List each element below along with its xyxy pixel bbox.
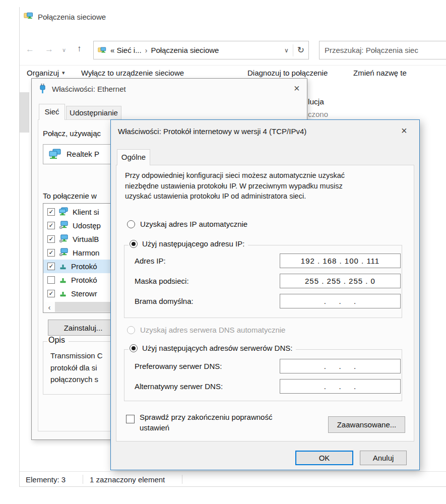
radio-icon (130, 240, 138, 248)
alternate-dns-label: Alternatywny serwer DNS: (135, 382, 223, 391)
ethernet-plug-icon (39, 83, 46, 94)
adapter-name: Realtek P (67, 150, 99, 158)
address-location-icon (98, 46, 107, 55)
preferred-dns-input[interactable]: . . . (280, 359, 401, 373)
statusbar-item-count: Elementy: 3 (26, 475, 66, 484)
validate-settings-label: Sprawdź przy zakończeniu poprawność (140, 413, 272, 421)
protocol-icon (59, 290, 67, 298)
search-box[interactable] (319, 41, 446, 59)
refresh-icon[interactable]: ↻ (297, 45, 304, 55)
component-label: Udostęp (73, 221, 101, 230)
component-checkbox[interactable]: ✓ (47, 290, 55, 297)
component-label: Harmon (73, 248, 99, 257)
forward-button[interactable]: → (45, 44, 53, 54)
tab-general[interactable]: Ogólne (117, 149, 150, 165)
service-icon (59, 234, 69, 244)
service-icon (59, 221, 69, 230)
back-button[interactable]: ← (26, 44, 34, 54)
description-title: Opis (47, 336, 69, 345)
recent-locations-chevron[interactable]: ∨ (62, 47, 66, 53)
address-dropdown-chevron[interactable]: ∨ (284, 47, 289, 54)
radio-icon (127, 326, 135, 334)
cancel-button[interactable]: Anuluj (360, 451, 407, 465)
statusbar-separator (83, 475, 83, 484)
statusbar-separator-2 (182, 475, 182, 484)
subnet-mask-label: Maska podsieci: (135, 277, 189, 285)
tab-sharing[interactable]: Udostępnianie (66, 106, 121, 120)
validate-settings-checkbox[interactable] (126, 415, 135, 423)
search-input[interactable] (325, 46, 446, 54)
description-line: protokół dla si (50, 362, 103, 374)
validate-settings-label-2: ustawień (140, 423, 169, 432)
breadcrumb-root[interactable]: « Sieć i... (110, 46, 142, 54)
close-icon[interactable]: × (401, 125, 407, 136)
advanced-button[interactable]: Zaawansowane... (328, 416, 405, 433)
components-label: To połączenie w (43, 192, 97, 200)
radio-label: Użyj następujących adresów serwerów DNS: (142, 344, 292, 352)
protocol-icon (59, 276, 67, 284)
component-checkbox[interactable]: ✓ (47, 249, 55, 257)
radio-obtain-ip-auto[interactable]: Uzyskaj adres IP automatycznie (127, 220, 247, 228)
subnet-mask-input[interactable]: 255 . 255 . 255 . 0 (280, 274, 401, 288)
statusbar-divider (20, 471, 446, 472)
radio-label: Uzyskaj adres serwera DNS automatycznie (140, 326, 285, 334)
dialog-ipv4-properties: Właściwości: Protokół internetowy w wers… (110, 119, 420, 470)
toolbar-rename-button[interactable]: Zmień nazwę te (353, 69, 407, 77)
radio-use-dns[interactable]: Użyj następujących adresów serwerów DNS: (129, 344, 296, 352)
screen: Połączenia sieciowe ← → ∨ ↑ « Sieć i... … (0, 0, 446, 504)
network-connections-icon (24, 11, 34, 21)
dialog-title: Właściwości: Ethernet (52, 85, 126, 93)
radio-label: Użyj następującego adresu IP: (142, 239, 244, 248)
toolbar-organize-button[interactable]: Organizuj (27, 69, 59, 77)
connection-status-fragment: czono (308, 110, 328, 118)
component-label: Sterowr (71, 289, 97, 298)
radio-label: Uzyskaj adres IP automatycznie (140, 220, 247, 228)
ok-button[interactable]: OK (295, 451, 353, 465)
component-checkbox[interactable]: ✓ (47, 263, 55, 270)
ip-address-label: Adres IP: (135, 257, 166, 265)
tab-network[interactable]: Sieć (39, 104, 65, 120)
component-label: Protokó (71, 262, 97, 271)
protocol-icon (59, 263, 67, 271)
connection-name-fragment: lucja (308, 97, 324, 106)
up-button[interactable]: ↑ (77, 44, 82, 54)
toolbar-divider (20, 65, 446, 66)
toolbar-disable-device-button[interactable]: Wyłącz to urządzenie sieciowe (81, 69, 184, 77)
dns-settings-groupbox: Użyj następujących adresów serwerów DNS:… (124, 349, 402, 401)
network-adapter-icon (48, 149, 61, 160)
intro-line: niezbędne ustawienia protokołu IP. W prz… (125, 181, 345, 192)
component-checkbox[interactable]: ✓ (47, 235, 55, 243)
chevron-down-icon: ▾ (62, 70, 65, 76)
address-divider (293, 44, 293, 56)
radio-icon (127, 220, 135, 228)
ip-settings-groupbox: Użyj następującego adresu IP: Adres IP: … (124, 245, 402, 318)
alternate-dns-input[interactable]: . . . (280, 379, 401, 394)
component-checkbox[interactable]: ✓ (47, 208, 55, 216)
breadcrumb-separator: › (145, 46, 148, 54)
service-icon (59, 248, 69, 258)
breadcrumb-current[interactable]: Połączenia sieciowe (151, 46, 219, 54)
window-title: Połączenia sieciowe (38, 13, 106, 21)
intro-line: Przy odpowiedniej konfiguracji sieci moż… (125, 170, 345, 181)
preferred-dns-label: Preferowany serwer DNS: (135, 362, 222, 370)
description-line: połączonych s (50, 373, 103, 386)
address-bar[interactable]: « Sieć i... › Połączenia sieciowe ∨ ↻ (93, 41, 309, 59)
client-icon (59, 207, 69, 217)
selected-connection-highlight[interactable] (20, 92, 29, 133)
install-button[interactable]: Zainstaluj... (48, 320, 118, 336)
description-line: Transmission C (50, 350, 103, 362)
close-icon[interactable]: × (294, 83, 300, 93)
component-label: Protokó (71, 276, 97, 284)
connect-using-label: Połącz, używając (43, 129, 101, 138)
component-label: VirtualB (73, 235, 99, 243)
radio-use-ip[interactable]: Użyj następującego adresu IP: (129, 239, 248, 248)
default-gateway-input[interactable]: . . . (280, 294, 401, 308)
scroll-left-icon[interactable]: ‹ (44, 302, 55, 312)
component-checkbox[interactable]: ✓ (47, 222, 55, 229)
intro-text: Przy odpowiedniej konfiguracji sieci moż… (125, 170, 345, 202)
ip-address-input[interactable]: 192 . 168 . 100 . 111 (280, 254, 401, 268)
toolbar-diagnose-button[interactable]: Diagnozuj to połączenie (247, 69, 328, 77)
component-checkbox[interactable] (47, 276, 55, 284)
default-gateway-label: Brama domyślna: (135, 297, 194, 305)
component-label: Klient si (73, 208, 99, 216)
